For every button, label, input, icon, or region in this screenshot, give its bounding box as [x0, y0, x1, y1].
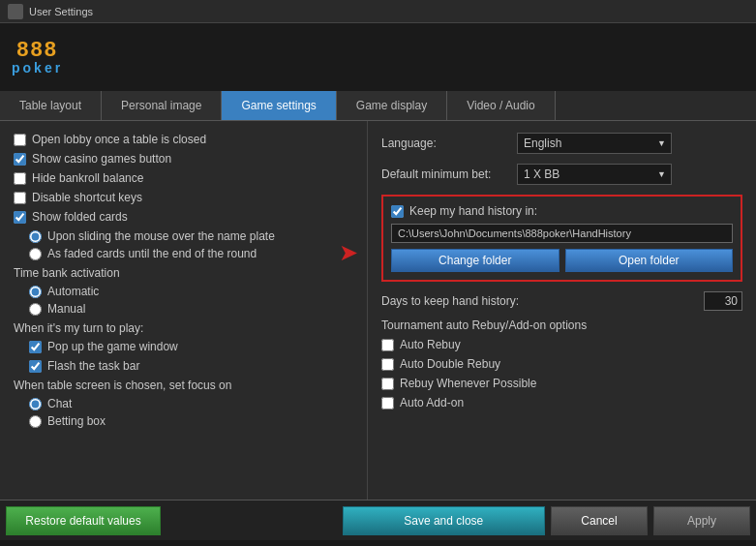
logo-area: 888 poker: [0, 23, 756, 91]
hand-history-check-label: Keep my hand history in:: [409, 204, 537, 218]
time-bank-label: Time bank activation: [14, 266, 353, 280]
hand-history-path-input[interactable]: [391, 224, 733, 243]
auto-addon-row: Auto Add-on: [381, 396, 742, 410]
hand-history-box: Keep my hand history in: Change folder O…: [381, 195, 742, 282]
folder-buttons-row: Change folder Open folder: [391, 249, 733, 272]
auto-rebuy-row: Auto Rebuy: [381, 338, 742, 351]
show-folded-row: Show folded cards: [14, 210, 353, 224]
as-faded-row: As faded cards until the end of the roun…: [29, 247, 353, 260]
automatic-label: Automatic: [47, 285, 99, 298]
as-faded-radio[interactable]: [29, 248, 42, 260]
open-lobby-checkbox[interactable]: [14, 134, 26, 146]
as-faded-label: As faded cards until the end of the roun…: [47, 247, 257, 260]
tab-table-layout[interactable]: Table layout: [0, 91, 102, 120]
right-panel: Language: English Default minimum bet: 1…: [368, 121, 756, 500]
focus-label: When table screen is chosen, set focus o…: [14, 379, 353, 392]
automatic-radio[interactable]: [29, 286, 42, 298]
tab-game-settings[interactable]: Game settings: [222, 91, 336, 120]
show-folded-label: Show folded cards: [32, 210, 128, 224]
auto-addon-label: Auto Add-on: [400, 396, 464, 410]
min-bet-row: Default minimum bet: 1 X BB: [381, 164, 742, 185]
chat-radio[interactable]: [29, 398, 42, 410]
disable-shortcut-row: Disable shortcut keys: [14, 191, 353, 204]
left-panel: Open lobby once a table is closed Show c…: [0, 121, 368, 500]
auto-rebuy-label: Auto Rebuy: [400, 338, 461, 351]
rebuy-whenever-label: Rebuy Whenever Possible: [400, 377, 536, 390]
manual-row: Manual: [29, 302, 353, 316]
show-casino-checkbox[interactable]: [14, 153, 26, 166]
chat-row: Chat: [29, 397, 353, 410]
flash-taskbar-row: Flash the task bar: [29, 359, 353, 373]
tournament-section: Tournament auto Rebuy/Add-on options Aut…: [381, 318, 742, 410]
language-select-wrapper: English: [517, 133, 672, 154]
rebuy-whenever-checkbox[interactable]: [381, 378, 394, 390]
rebuy-whenever-row: Rebuy Whenever Possible: [381, 377, 742, 390]
main-content: Open lobby once a table is closed Show c…: [0, 121, 756, 500]
logo-bottom: poker: [12, 60, 63, 76]
title-bar: User Settings: [0, 0, 756, 23]
app-icon: [8, 4, 23, 19]
min-bet-label: Default minimum bet:: [381, 167, 517, 181]
days-label: Days to keep hand history:: [381, 294, 704, 308]
language-label: Language:: [381, 136, 517, 150]
betting-box-row: Betting box: [29, 414, 353, 428]
hide-bankroll-checkbox[interactable]: [14, 172, 26, 185]
logo: 888 poker: [12, 39, 63, 76]
auto-double-rebuy-label: Auto Double Rebuy: [400, 357, 500, 371]
open-lobby-label: Open lobby once a table is closed: [32, 133, 206, 146]
upon-sliding-label: Upon sliding the mouse over the name pla…: [47, 229, 275, 243]
open-lobby-row: Open lobby once a table is closed: [14, 133, 353, 146]
auto-addon-checkbox[interactable]: [381, 397, 394, 410]
upon-sliding-radio[interactable]: [29, 230, 42, 243]
chat-label: Chat: [47, 397, 72, 410]
manual-radio[interactable]: [29, 303, 42, 316]
language-row: Language: English: [381, 133, 742, 154]
flash-taskbar-label: Flash the task bar: [47, 359, 139, 373]
popup-game-checkbox[interactable]: [29, 341, 42, 353]
change-folder-button[interactable]: Change folder: [391, 249, 559, 272]
flash-taskbar-checkbox[interactable]: [29, 360, 42, 373]
show-casino-row: Show casino games button: [14, 152, 353, 166]
language-select[interactable]: English: [517, 133, 672, 154]
min-bet-select[interactable]: 1 X BB: [517, 164, 672, 185]
hand-history-checkbox[interactable]: [391, 205, 404, 218]
manual-label: Manual: [47, 302, 85, 316]
hide-bankroll-label: Hide bankroll balance: [32, 171, 143, 185]
tab-bar: Table layout Personal image Game setting…: [0, 91, 756, 121]
tournament-title: Tournament auto Rebuy/Add-on options: [381, 318, 742, 332]
tab-game-display[interactable]: Game display: [337, 91, 447, 120]
bottom-bar: Restore default values Save and close Ca…: [0, 500, 756, 540]
tab-personal-image[interactable]: Personal image: [102, 91, 222, 120]
days-row: Days to keep hand history:: [381, 291, 742, 311]
auto-rebuy-checkbox[interactable]: [381, 339, 394, 351]
restore-defaults-button[interactable]: Restore default values: [6, 506, 161, 535]
betting-box-radio[interactable]: [29, 415, 42, 428]
min-bet-select-wrapper: 1 X BB: [517, 164, 672, 185]
when-turn-label: When it's my turn to play:: [14, 321, 353, 335]
apply-button[interactable]: Apply: [653, 506, 750, 535]
upon-sliding-row: Upon sliding the mouse over the name pla…: [29, 229, 353, 243]
popup-game-row: Pop up the game window: [29, 340, 353, 353]
auto-double-rebuy-row: Auto Double Rebuy: [381, 357, 742, 371]
betting-box-label: Betting box: [47, 414, 106, 428]
show-casino-label: Show casino games button: [32, 152, 171, 166]
logo-top: 888: [16, 39, 58, 60]
cancel-button[interactable]: Cancel: [551, 506, 648, 535]
red-arrow-icon: ➤: [339, 239, 358, 266]
save-close-button[interactable]: Save and close: [343, 506, 546, 535]
title-bar-text: User Settings: [29, 6, 93, 17]
hide-bankroll-row: Hide bankroll balance: [14, 171, 353, 185]
days-input[interactable]: [704, 291, 742, 311]
hand-history-header: Keep my hand history in:: [391, 204, 733, 218]
popup-game-label: Pop up the game window: [47, 340, 178, 353]
hand-history-container: ➤ Keep my hand history in: Change folder…: [381, 195, 742, 311]
show-folded-checkbox[interactable]: [14, 211, 26, 224]
tab-video-audio[interactable]: Video / Audio: [447, 91, 556, 120]
disable-shortcut-checkbox[interactable]: [14, 192, 26, 204]
auto-double-rebuy-checkbox[interactable]: [381, 358, 394, 371]
open-folder-button[interactable]: Open folder: [565, 249, 734, 272]
automatic-row: Automatic: [29, 285, 353, 298]
disable-shortcut-label: Disable shortcut keys: [32, 191, 142, 204]
